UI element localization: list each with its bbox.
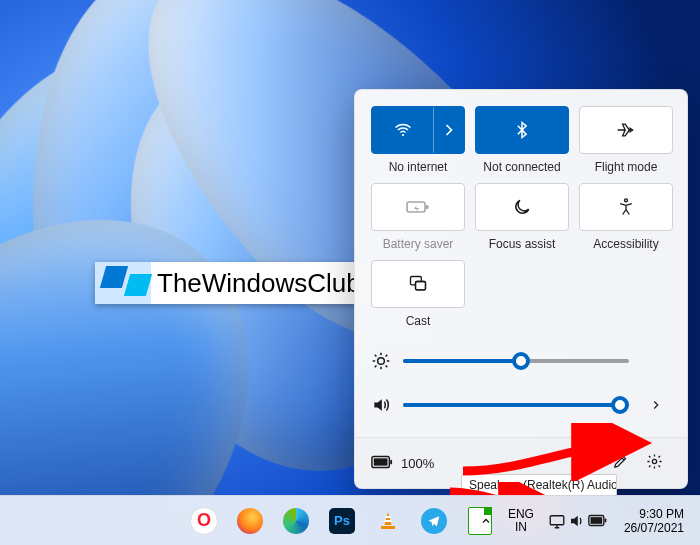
bluetooth-tile-label: Not connected <box>483 160 560 175</box>
volume-output-button[interactable] <box>641 398 671 412</box>
focus-assist-tile[interactable] <box>475 183 569 231</box>
battery-saver-tile[interactable] <box>371 183 465 231</box>
svg-rect-5 <box>416 282 426 290</box>
cast-tile-label: Cast <box>406 314 431 329</box>
wifi-expand-button[interactable] <box>433 107 464 153</box>
svg-rect-12 <box>381 526 395 529</box>
taskbar-app-opera[interactable]: O <box>184 501 224 541</box>
brightness-row <box>371 339 671 383</box>
taskbar-app-vlc[interactable] <box>368 501 408 541</box>
clock[interactable]: 9:30 PM 26/07/2021 <box>616 503 692 539</box>
flight-mode-tile-label: Flight mode <box>595 160 658 175</box>
watermark-logo-icon <box>95 262 151 304</box>
cast-tile[interactable] <box>371 260 465 308</box>
taskbar: O Ps ENG IN 9:30 PM 26/07/2021 <box>0 495 700 545</box>
battery-status[interactable]: 100% <box>371 455 434 472</box>
taskbar-app-edge[interactable] <box>276 501 316 541</box>
brightness-slider[interactable] <box>403 359 629 363</box>
system-tray[interactable] <box>542 508 614 534</box>
settings-button[interactable] <box>637 448 671 478</box>
svg-rect-18 <box>605 518 607 522</box>
volume-row <box>371 383 671 427</box>
accessibility-icon <box>616 197 636 217</box>
network-icon <box>548 512 566 530</box>
wifi-tile-label: No internet <box>389 160 448 175</box>
battery-saver-tile-label: Battery saver <box>383 237 454 252</box>
svg-rect-13 <box>386 516 391 518</box>
battery-saver-icon <box>406 199 430 215</box>
svg-rect-15 <box>550 515 564 524</box>
taskbar-app-photoshop[interactable]: Ps <box>322 501 362 541</box>
svg-rect-9 <box>374 458 388 465</box>
cast-icon <box>408 274 428 294</box>
bluetooth-icon <box>512 120 532 140</box>
moon-icon <box>512 197 532 217</box>
airplane-icon <box>616 120 636 140</box>
clock-date: 26/07/2021 <box>624 521 684 535</box>
clock-time: 9:30 PM <box>624 507 684 521</box>
watermark: TheWindowsClub <box>95 262 373 304</box>
svg-rect-14 <box>385 520 392 522</box>
taskbar-app-firefox[interactable] <box>230 501 270 541</box>
svg-rect-2 <box>426 205 429 209</box>
wifi-icon <box>372 120 433 140</box>
taskbar-app-telegram[interactable] <box>414 501 454 541</box>
pencil-icon <box>612 453 629 473</box>
battery-text: 100% <box>401 456 434 471</box>
bluetooth-tile[interactable] <box>475 106 569 154</box>
volume-slider[interactable] <box>403 403 629 407</box>
focus-assist-tile-label: Focus assist <box>489 237 556 252</box>
tray-overflow-button[interactable] <box>472 501 500 541</box>
volume-icon <box>371 395 391 415</box>
svg-point-7 <box>378 358 385 365</box>
flight-mode-tile[interactable] <box>579 106 673 154</box>
language-bottom: IN <box>508 521 534 534</box>
volume-tray-icon <box>568 512 586 530</box>
gear-icon <box>646 453 663 473</box>
svg-rect-10 <box>390 459 392 464</box>
wifi-tile[interactable] <box>371 106 465 154</box>
svg-point-0 <box>401 134 403 136</box>
language-top: ENG <box>508 508 534 521</box>
svg-rect-17 <box>590 517 602 524</box>
svg-point-3 <box>625 199 628 202</box>
language-switcher[interactable]: ENG IN <box>502 504 540 538</box>
quick-settings-flyout: No internet Not connected Flight mode <box>354 89 688 489</box>
battery-icon <box>371 455 393 472</box>
taskbar-pinned-apps: O Ps <box>184 501 500 541</box>
svg-point-11 <box>652 459 656 463</box>
battery-tray-icon <box>588 514 608 527</box>
accessibility-tile[interactable] <box>579 183 673 231</box>
accessibility-tile-label: Accessibility <box>593 237 658 252</box>
watermark-text: TheWindowsClub <box>157 268 361 299</box>
brightness-icon <box>371 351 391 371</box>
volume-tooltip: Speakers (Realtek(R) Audio): 96% <box>461 474 617 496</box>
